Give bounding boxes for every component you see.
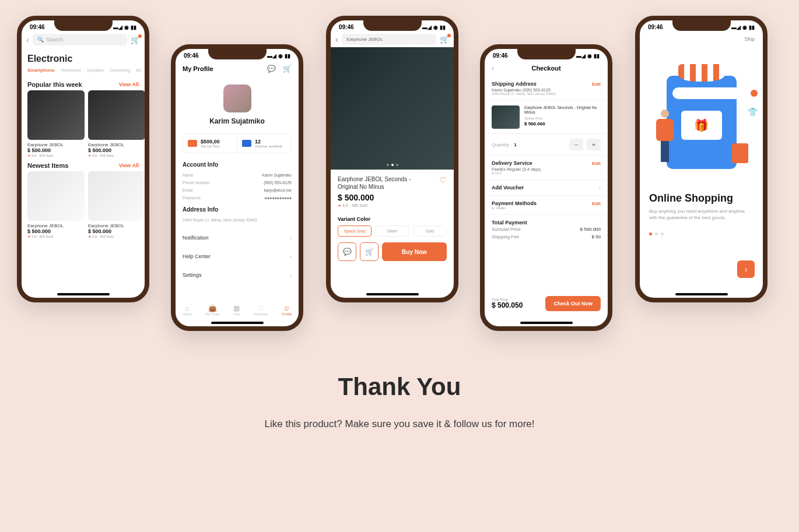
heart-icon[interactable]: ♡ xyxy=(439,175,447,185)
dot[interactable] xyxy=(661,232,664,235)
product-card[interactable]: Earphone JEBOL$ 500.000★ 4,9 · 400 Sold xyxy=(88,90,145,157)
tab-favourite[interactable]: ♡Favourite xyxy=(254,304,268,316)
order-item: Earphone JEBOL Seconds - Original No Min… xyxy=(485,101,608,134)
product-meta: ★ 4,9 · 400 Sold xyxy=(88,234,145,238)
status-time: 09:46 xyxy=(493,52,508,59)
user-name: Karim Sujatmiko xyxy=(176,117,299,125)
avatar[interactable] xyxy=(223,84,251,112)
view-all-link[interactable]: View All xyxy=(119,163,139,168)
dot-active[interactable] xyxy=(649,232,652,235)
phone-product-detail: 09:46▬◢◉▮▮ ‹ Earphone JEBOL 🛒 Earphone J… xyxy=(326,16,458,302)
header: My Profile💬🛒 xyxy=(176,60,299,77)
plus-button[interactable]: + xyxy=(587,139,601,150)
notch xyxy=(54,20,113,31)
tab-speaker[interactable]: Speaker xyxy=(87,68,104,73)
minus-button[interactable]: − xyxy=(569,139,583,150)
back-icon[interactable]: ‹ xyxy=(335,34,338,45)
product-image xyxy=(27,171,85,221)
product-price: $ 500.000 xyxy=(88,147,145,153)
product-card[interactable]: Earphone JEBOL$ 500.000★ 4,9 · 400 Sold xyxy=(27,90,85,157)
search-input[interactable]: Earphone JEBOL xyxy=(342,34,436,45)
search-input[interactable]: 🔍Search xyxy=(33,34,127,45)
dot[interactable] xyxy=(655,232,658,235)
section-title: Newest Items xyxy=(27,162,68,169)
variant-gold[interactable]: Gold xyxy=(413,226,447,237)
info-row: Phone Number(505) 555-0125 xyxy=(176,179,299,186)
item-variant: Space Grey xyxy=(524,117,601,120)
shipping-address: 2464 Royal Ln. Mesa, New Jersey 45463 xyxy=(492,92,601,96)
status-icons: ▬◢◉▮▮ xyxy=(731,24,755,30)
tab-pay[interactable]: ▦Pay xyxy=(233,304,240,316)
search-placeholder: Search xyxy=(47,37,64,43)
cart-icon[interactable]: 🛒 xyxy=(440,35,449,44)
bag-icon xyxy=(732,143,748,163)
signal-icon: ▬◢ xyxy=(422,24,432,30)
skip-link[interactable]: Skip xyxy=(640,31,763,47)
edit-link[interactable]: Edit xyxy=(592,161,601,166)
voucher-icon xyxy=(242,140,251,147)
add-cart-button[interactable]: 🛒 xyxy=(360,242,379,261)
back-icon[interactable]: ‹ xyxy=(26,35,29,44)
phone-checkout: 09:46▬◢◉▮▮ ‹Checkout Shipping AddressEdi… xyxy=(480,44,612,331)
search-icon xyxy=(751,90,758,97)
voucher-section[interactable]: Add Voucher› xyxy=(485,180,608,196)
info-value: (505) 555-0125 xyxy=(264,181,292,185)
tab-smartphone[interactable]: Smartphone xyxy=(27,68,55,73)
item-name: Earphone JEBOL Seconds - Original No Min… xyxy=(524,105,601,115)
dot-active[interactable] xyxy=(391,164,394,166)
voucher-cell[interactable]: 12Voucher available xyxy=(237,134,291,153)
header: ‹Checkout xyxy=(485,60,608,76)
wifi-icon: ◉ xyxy=(124,24,129,30)
cart-icon[interactable]: 🛒 xyxy=(131,36,140,44)
tab-profile[interactable]: ☺Profile xyxy=(282,304,292,316)
battery-icon: ▮▮ xyxy=(749,24,755,30)
star-icon: ★ xyxy=(338,203,341,207)
chevron-right-icon: › xyxy=(599,185,601,191)
product-card[interactable]: Earphone JEBOL$ 500.000★ 4,9 · 400 Sold xyxy=(88,171,145,238)
home-indicator xyxy=(520,322,573,324)
chevron-right-icon: › xyxy=(289,272,292,279)
checkout-button[interactable]: Check Out Now xyxy=(545,296,601,311)
footer-bar: Total Price$ 500.050 Check Out Now xyxy=(485,290,608,317)
balance-cell[interactable]: $500,00Top Up Now xyxy=(183,134,237,153)
delivery-name: FeedEx Reguler (3-4 days) xyxy=(492,167,601,171)
tab-television[interactable]: Television xyxy=(61,68,81,73)
notch xyxy=(363,20,422,31)
wallet-card: $500,00Top Up Now 12Voucher available xyxy=(183,133,292,153)
variant-space-grey[interactable]: Space Grey xyxy=(338,226,372,237)
menu-settings[interactable]: Settings› xyxy=(176,266,299,284)
chat-icon[interactable]: 💬 xyxy=(267,65,276,73)
info-label: Name xyxy=(183,173,194,177)
variant-silver[interactable]: Silver xyxy=(375,226,409,237)
chat-button[interactable]: 💬 xyxy=(338,242,356,261)
wifi-icon: ◉ xyxy=(433,24,438,30)
total-block: Total Price$ 500.050 xyxy=(492,298,523,309)
menu-notification[interactable]: Notification› xyxy=(176,228,299,247)
chevron-right-icon: › xyxy=(289,234,292,241)
footer-subtitle: Like this product? Make sure you save it… xyxy=(0,418,799,430)
info-row: NameKarim Sujatmiko xyxy=(176,171,299,179)
dot[interactable] xyxy=(387,164,389,166)
next-button[interactable]: › xyxy=(737,260,755,278)
product-price: $ 500.000 xyxy=(88,228,145,234)
signal-icon: ▬◢ xyxy=(113,24,122,30)
tab-home[interactable]: ⌂Home xyxy=(183,304,192,316)
cart-icon[interactable]: 🛒 xyxy=(283,65,292,73)
dot[interactable] xyxy=(396,164,398,166)
section-title: Total Payment xyxy=(492,220,601,226)
back-icon[interactable]: ‹ xyxy=(492,64,494,72)
user-icon: ☺ xyxy=(282,304,292,312)
page-title: Electronic xyxy=(22,48,145,68)
buy-now-button[interactable]: Buy Now xyxy=(382,242,447,261)
view-all-link[interactable]: View All xyxy=(119,82,139,87)
menu-help[interactable]: Help Center› xyxy=(176,247,299,266)
product-card[interactable]: Earphone JEBOL$ 500.000★ 4,9 · 400 Sold xyxy=(27,171,85,238)
tab-gaming[interactable]: Gamming xyxy=(110,68,131,73)
product-hero-image[interactable] xyxy=(331,47,454,170)
tab-order[interactable]: 👜My Order xyxy=(205,304,220,316)
tab-ac[interactable]: Ac xyxy=(136,68,141,73)
edit-link[interactable]: Edit xyxy=(592,82,601,87)
edit-link[interactable]: Edit xyxy=(592,201,601,206)
category-tabs: Smartphone Television Speaker Gamming Ac xyxy=(22,68,145,76)
phone-profile: 09:46▬◢◉▮▮ My Profile💬🛒 Karim Sujatmiko … xyxy=(171,44,303,331)
